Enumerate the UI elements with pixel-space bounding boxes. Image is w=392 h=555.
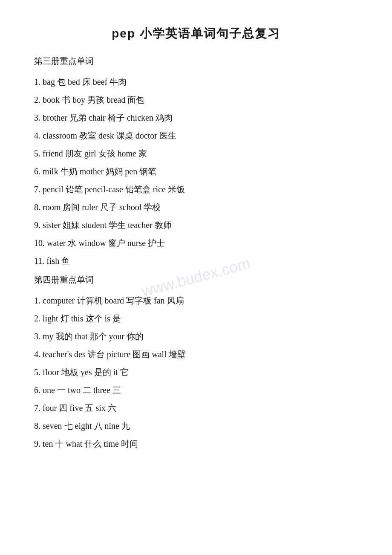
list-item: 6. one 一 two 二 three 三	[34, 381, 358, 399]
section-0: 第三册重点单词1. bag 包 bed 床 beef 牛肉2. book 书 b…	[34, 55, 358, 270]
vocab-list-0: 1. bag 包 bed 床 beef 牛肉2. book 书 boy 男孩 b…	[34, 73, 358, 270]
list-item: 8. seven 七 eight 八 nine 九	[34, 417, 358, 435]
section-1: 第四册重点单词1. computer 计算机 board 写字板 fan 风扇2…	[34, 274, 358, 453]
list-item: 6. milk 牛奶 mother 妈妈 pen 钢笔	[34, 162, 358, 180]
list-item: 4. teacher's des 讲台 picture 图画 wall 墙壁	[34, 345, 358, 363]
list-item: 2. book 书 boy 男孩 bread 面包	[34, 91, 358, 109]
list-item: 11. fish 鱼	[34, 252, 358, 270]
content-sections: 第三册重点单词1. bag 包 bed 床 beef 牛肉2. book 书 b…	[34, 55, 358, 453]
list-item: 7. four 四 five 五 six 六	[34, 399, 358, 417]
list-item: 4. classroom 教室 desk 课桌 doctor 医生	[34, 127, 358, 145]
list-item: 7. pencil 铅笔 pencil-case 铅笔盒 rice 米饭	[34, 180, 358, 198]
page-title: pep 小学英语单词句子总复习	[34, 26, 358, 42]
list-item: 10. water 水 window 窗户 nurse 护士	[34, 234, 358, 252]
vocab-list-1: 1. computer 计算机 board 写字板 fan 风扇2. light…	[34, 292, 358, 453]
list-item: 2. light 灯 this 这个 is 是	[34, 309, 358, 327]
list-item: 8. room 房间 ruler 尺子 school 学校	[34, 198, 358, 216]
list-item: 5. floor 地板 yes 是的 it 它	[34, 363, 358, 381]
list-item: 1. computer 计算机 board 写字板 fan 风扇	[34, 292, 358, 309]
list-item: 1. bag 包 bed 床 beef 牛肉	[34, 73, 358, 91]
list-item: 3. my 我的 that 那个 your 你的	[34, 327, 358, 345]
list-item: 3. brother 兄弟 chair 椅子 chicken 鸡肉	[34, 109, 358, 127]
section-heading-1: 第四册重点单词	[34, 274, 358, 286]
list-item: 5. friend 朋友 girl 女孩 home 家	[34, 145, 358, 162]
list-item: 9. sister 姐妹 student 学生 teacher 教师	[34, 216, 358, 234]
list-item: 9. ten 十 what 什么 time 时间	[34, 435, 358, 453]
section-heading-0: 第三册重点单词	[34, 55, 358, 67]
